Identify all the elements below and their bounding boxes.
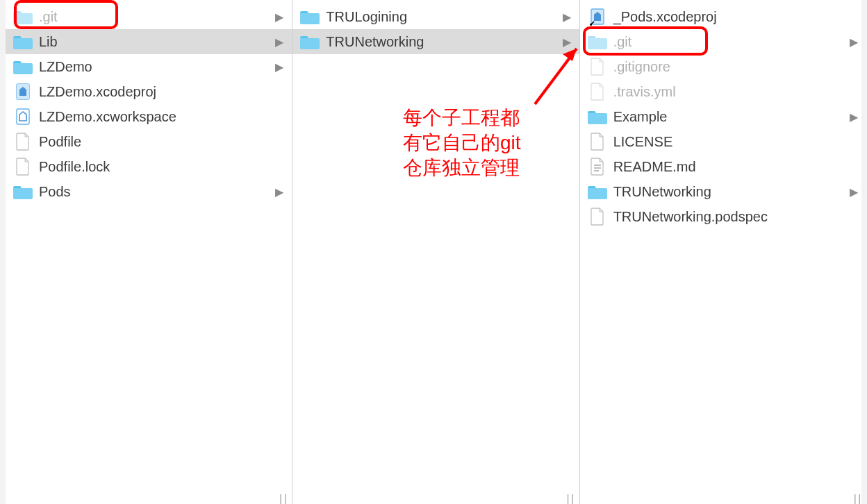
folder-icon (13, 8, 33, 26)
file-label: LZDemo.xcworkspace (39, 109, 176, 125)
file-row[interactable]: Example ▶ (580, 104, 866, 129)
folder-icon (13, 183, 33, 201)
finder-columns: .git ▶ Lib ▶ LZDemo ▶ LZDemo.xcodeproj L… (0, 0, 867, 504)
file-row[interactable]: LZDemo.xcworkspace (6, 104, 292, 129)
file-row[interactable]: README.md (580, 154, 866, 179)
file-row[interactable]: .gitignore (580, 54, 866, 79)
file-label: TRUNetworking (326, 34, 424, 50)
file-label: Pods (39, 184, 71, 200)
chevron-right-icon: ▶ (275, 10, 283, 24)
file-row[interactable]: TRUNetworking ▶ (292, 29, 579, 54)
chevron-right-icon: ▶ (275, 185, 283, 199)
file-row[interactable]: LICENSE (580, 129, 866, 154)
file-label: TRUNetworking (613, 184, 711, 200)
file-label: TRULogining (326, 9, 407, 25)
file-icon (13, 158, 33, 176)
folder-icon (13, 33, 33, 51)
file-icon (587, 58, 608, 76)
file-label: .gitignore (613, 59, 670, 75)
file-icon (587, 208, 608, 226)
file-row[interactable]: Pods ▶ (6, 179, 292, 204)
file-row[interactable]: TRUNetworking ▶ (580, 179, 866, 204)
file-icon (587, 133, 608, 151)
chevron-right-icon: ▶ (850, 110, 858, 124)
chevron-right-icon: ▶ (850, 185, 858, 199)
file-row[interactable]: .travis.yml (580, 79, 866, 104)
file-label: LZDemo (39, 59, 92, 75)
textfile-icon (587, 158, 608, 176)
column-2: TRULogining ▶ TRUNetworking ▶ || (292, 0, 579, 504)
folder-icon (299, 8, 320, 26)
file-icon (587, 83, 608, 101)
folder-icon (587, 183, 608, 201)
chevron-right-icon: ▶ (275, 35, 283, 49)
file-label: TRUNetworking.podspec (613, 209, 768, 225)
file-label: .travis.yml (613, 84, 676, 100)
column-3: _Pods.xcodeproj .git ▶ .gitignore .travi… (580, 0, 867, 504)
scroll-track-right[interactable] (861, 0, 867, 504)
column-1: .git ▶ Lib ▶ LZDemo ▶ LZDemo.xcodeproj L… (6, 0, 292, 504)
file-row[interactable]: _Pods.xcodeproj (580, 4, 866, 29)
file-label: _Pods.xcodeproj (613, 9, 717, 25)
chevron-right-icon: ▶ (563, 35, 571, 49)
folder-icon (587, 108, 608, 126)
folder-icon (299, 33, 320, 51)
file-icon (13, 133, 33, 151)
file-label: Podfile.lock (39, 159, 110, 175)
scroll-track-left[interactable] (0, 0, 6, 504)
file-row[interactable]: .git ▶ (580, 29, 866, 54)
file-row[interactable]: TRULogining ▶ (292, 4, 579, 29)
file-label: .git (39, 9, 58, 25)
file-label: Podfile (39, 134, 81, 150)
chevron-right-icon: ▶ (275, 60, 283, 74)
folder-icon (13, 58, 33, 76)
file-row[interactable]: .git ▶ (6, 4, 292, 29)
column-resize-handle[interactable]: || (279, 493, 289, 503)
file-row[interactable]: LZDemo.xcodeproj (6, 79, 292, 104)
file-row[interactable]: Lib ▶ (6, 29, 292, 54)
file-row[interactable]: LZDemo ▶ (6, 54, 292, 79)
file-label: LICENSE (613, 134, 673, 150)
file-label: LZDemo.xcodeproj (39, 84, 156, 100)
folder-icon (587, 33, 608, 51)
file-row[interactable]: TRUNetworking.podspec (580, 204, 866, 229)
xcodeproj-icon (13, 83, 33, 101)
file-label: Example (613, 109, 668, 125)
file-label: README.md (613, 159, 696, 175)
chevron-right-icon: ▶ (563, 10, 571, 24)
file-label: .git (613, 34, 632, 50)
file-row[interactable]: Podfile.lock (6, 154, 292, 179)
file-row[interactable]: Podfile (6, 129, 292, 154)
file-label: Lib (39, 34, 58, 50)
chevron-right-icon: ▶ (850, 35, 858, 49)
column-resize-handle[interactable]: || (567, 493, 577, 503)
xcworkspace-icon (13, 108, 33, 126)
xcodeproj-alias-icon (587, 8, 608, 26)
